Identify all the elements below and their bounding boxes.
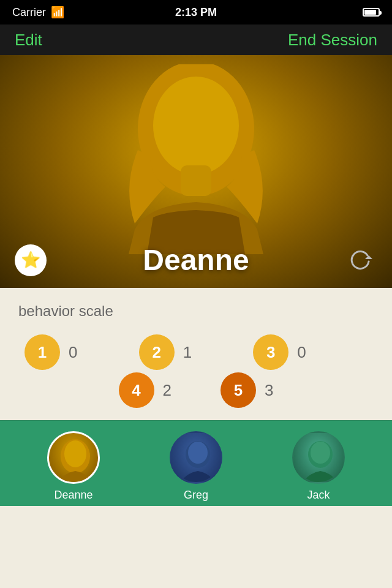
tab-bar: Deanne Greg Jack [0, 420, 392, 506]
tab-label-jack: Jack [307, 489, 330, 502]
tab-item-deanne[interactable]: Deanne [47, 431, 100, 502]
status-bar: Carrier 📶 2:13 PM [0, 0, 392, 24]
tab-avatar-deanne [47, 431, 100, 484]
scale-row-2: 4 2 5 3 [18, 372, 374, 408]
end-session-button[interactable]: End Session [288, 31, 377, 50]
tab-item-jack[interactable]: Jack [292, 431, 345, 502]
wifi-icon: 📶 [51, 6, 64, 19]
scale-circle-5: 5 [221, 372, 256, 408]
star-badge-button[interactable]: ⭐ [15, 244, 47, 276]
tab-item-greg[interactable]: Greg [170, 431, 222, 502]
scale-label-5: 5 [234, 381, 243, 400]
scale-row-1: 1 0 2 1 3 0 [18, 334, 374, 370]
scale-count-5: 3 [265, 381, 273, 400]
svg-point-9 [311, 442, 330, 464]
scale-circle-4: 4 [119, 372, 154, 408]
scale-count-1: 0 [69, 343, 77, 362]
scale-count-2: 1 [183, 343, 192, 362]
scale-label-2: 2 [152, 343, 160, 362]
star-icon: ⭐ [21, 251, 40, 270]
tab-label-greg: Greg [184, 489, 208, 502]
tab-avatar-greg [170, 431, 222, 484]
hero-bottom: ⭐ Deanne [0, 243, 392, 277]
behavior-section: behavior scale 1 0 2 1 3 0 4 2 [0, 288, 392, 420]
tab-avatar-jack [292, 431, 345, 484]
hero-area: ⭐ Deanne [0, 55, 392, 288]
scale-item-3[interactable]: 3 0 [253, 334, 368, 370]
scale-count-4: 2 [163, 381, 172, 400]
reset-button[interactable] [345, 244, 377, 276]
svg-rect-2 [181, 165, 211, 196]
scale-item-4[interactable]: 4 2 [119, 372, 172, 408]
avatar-silhouette [116, 64, 276, 254]
hero-name: Deanne [47, 243, 345, 277]
edit-button[interactable]: Edit [15, 31, 42, 50]
scale-item-1[interactable]: 1 0 [24, 334, 139, 370]
svg-point-5 [64, 440, 86, 467]
battery-icon [363, 8, 380, 17]
svg-marker-3 [365, 255, 372, 259]
scale-circle-2: 2 [139, 334, 175, 370]
svg-point-7 [188, 442, 208, 464]
scale-item-5[interactable]: 5 3 [221, 372, 273, 408]
status-time: 2:13 PM [175, 6, 217, 19]
scale-item-2[interactable]: 2 1 [139, 334, 254, 370]
scale-label-3: 3 [266, 343, 275, 362]
scale-circle-3: 3 [253, 334, 288, 370]
scale-circle-1: 1 [24, 334, 60, 370]
svg-point-1 [153, 77, 239, 175]
scale-label-4: 4 [132, 381, 140, 400]
nav-bar: Edit End Session [0, 24, 392, 55]
scale-label-1: 1 [38, 343, 47, 362]
status-bar-left: Carrier 📶 [12, 6, 64, 19]
behavior-scale-title: behavior scale [18, 303, 374, 320]
tab-label-deanne: Deanne [54, 489, 92, 502]
scale-count-3: 0 [297, 343, 306, 362]
status-bar-right [363, 8, 380, 17]
carrier-text: Carrier [12, 6, 46, 19]
